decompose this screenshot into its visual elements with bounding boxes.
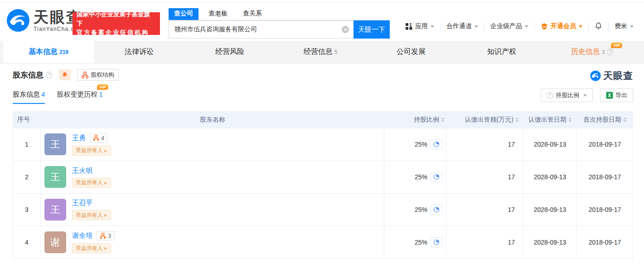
beneficial-owner-tag[interactable]: 受益所有人▶ [72,178,111,188]
commit-date-cell: 2028-09-13 [523,161,577,193]
related-companies-count: 4 [101,135,104,142]
vip-badge: VIP [611,43,622,48]
nav-enterprise[interactable]: 企业级产品 [484,22,534,30]
tab-history-info[interactable]: VIP 历史信息 3 ? [547,41,638,63]
org-chart-icon [82,72,88,79]
col-first-holding-date[interactable]: 首次持股日期 [577,116,633,124]
search-tab-company[interactable]: 查公司 [169,8,199,20]
ratio-filter-label: 持股比例 [556,91,579,99]
related-companies-badge[interactable]: 4 [90,133,107,143]
avatar: 谢 [44,231,66,253]
tab-company-development[interactable]: 公司发展 [366,41,456,63]
ratio-cell: 25% [384,226,446,258]
nav-user[interactable]: 费米 [608,22,639,30]
search-tab-boss[interactable]: 查老板 [203,8,233,20]
amount-cell: 17 [446,194,523,226]
nav-partner-label: 合作通道 [446,22,472,30]
tab-label: 经营风险 [215,47,244,57]
shareholding-ratio-filter-button[interactable]: ? 持股比例 [541,88,593,102]
avatar: 王 [44,133,66,155]
bell-icon [595,22,602,30]
tab-operation-info[interactable]: 经营信息 5 [275,41,366,63]
pie-chart-button[interactable] [431,139,442,149]
search-input[interactable] [169,20,353,39]
sort-icon[interactable] [515,118,519,122]
nav-notifications[interactable] [588,22,608,30]
amount-cell: 17 [446,161,523,193]
seq-cell: 4 [13,226,41,258]
sort-icon[interactable] [623,118,627,122]
commit-date-cell: 2028-09-13 [523,226,577,258]
pie-chart-icon [433,174,440,180]
tab-basic-info[interactable]: 基本信息 219 [3,41,94,63]
search-tab-relation[interactable]: 查关系 [237,8,267,20]
clear-icon[interactable]: ✕ [342,26,349,33]
table-row: 3 王 王召平 受益所有人▶ 25% 17 2028-09-13 [13,194,633,226]
tab-count: 3 [602,49,605,55]
ratio-value: 25% [415,141,427,148]
tab-legal[interactable]: 法律诉讼 [94,41,184,63]
beneficial-owner-tag[interactable]: 受益所有人▶ [72,243,111,253]
pie-chart-icon [433,206,440,213]
col-subscribed-date[interactable]: 认缴出资日期 [523,116,577,124]
col-subscribed-capital[interactable]: 认缴出资额(万元) [446,116,523,124]
chevron-down-icon [583,94,587,97]
chevron-down-icon [475,25,478,28]
subtab-label: 股权变更历程 [57,90,97,98]
first-date-cell: 2018-09-17 [577,161,633,193]
subscribe-bell-button[interactable] [59,69,71,80]
beneficial-owner-tag[interactable]: 受益所有人▶ [72,210,111,220]
equity-structure-label: 股权结构 [91,71,114,79]
arrow-right-icon: ▶ [104,181,107,185]
pie-chart-button[interactable] [431,237,442,247]
search-button[interactable]: 天眼一下 [353,20,390,39]
export-label: 导出 [615,91,627,99]
ratio-value: 25% [415,239,427,246]
help-icon[interactable]: ? [46,72,53,79]
tab-count: 5 [334,49,338,55]
first-date-cell: 2018-09-17 [577,226,633,258]
amount-cell: 17 [446,226,523,258]
nav-apps[interactable]: 应用 [400,22,440,30]
badge-line1: 国家中小企业发展子基金旗下 [77,10,156,28]
nav-open-vip[interactable]: 开通会员 [534,22,588,30]
subtab-shareholders[interactable]: 股东信息4 [13,90,45,104]
shareholder-name-link[interactable]: 王勇 [72,134,86,142]
avatar: 王 [44,166,66,188]
arrow-right-icon: ▶ [104,213,107,217]
nav-partner[interactable]: 合作通道 [440,22,484,30]
beneficial-owner-tag[interactable]: 受益所有人▶ [72,146,111,156]
shareholder-section-header: 股东信息 ? 股权结构 [13,69,119,81]
help-icon[interactable]: ? [607,49,614,55]
certification-badge: 国家中小企业发展子基金旗下 官方备案企业征信机构 [73,12,160,35]
sort-icon[interactable] [441,118,445,122]
tab-operation-risk[interactable]: 经营风险 [184,41,275,63]
shareholder-name-link[interactable]: 谢全培 [72,231,92,240]
shareholder-cell: 谢 谢全培 3 受益所有人▶ [41,226,384,258]
section-title: 股东信息 [13,70,44,80]
nav-enterprise-label: 企业级产品 [490,22,522,30]
chevron-down-icon [630,25,634,28]
site-logo[interactable]: 天眼查 TianYanCha.com [6,9,82,32]
pie-chart-button[interactable] [431,172,442,182]
tab-intellectual-property[interactable]: 知识产权 [456,41,547,63]
nav-open-vip-label: 开通会员 [551,22,576,30]
pie-chart-button[interactable] [431,205,442,215]
org-chart-icon [93,135,99,141]
subtab-equity-change-history[interactable]: VIP 股权变更历程1 [57,90,102,103]
company-tabbar: 基本信息 219 法律诉讼 经营风险 经营信息 5 公司发展 知识产权 VIP … [0,41,644,64]
shareholder-name-link[interactable]: 王火明 [72,167,92,175]
chevron-down-icon [579,25,582,28]
search-module: 查公司 查老板 查关系 ✕ 天眼一下 [169,8,390,39]
table-row: 2 王 王火明 受益所有人▶ 25% 17 2028-09-13 [13,161,633,194]
seq-cell: 3 [13,194,41,226]
equity-structure-button[interactable]: 股权结构 [77,69,119,81]
sort-icon[interactable] [568,118,572,122]
chevron-down-icon [525,25,528,28]
export-button[interactable]: 导出 [600,88,633,102]
table-header-row: 序号 股东名称 持股比例 认缴出资额(万元) 认缴出资日期 首次持股日期 [13,111,633,128]
col-shareholding-ratio[interactable]: 持股比例 [384,116,446,124]
related-companies-badge[interactable]: 3 [97,231,114,240]
subtab-label: 股东信息 [13,90,40,98]
shareholder-name-link[interactable]: 王召平 [72,199,92,207]
